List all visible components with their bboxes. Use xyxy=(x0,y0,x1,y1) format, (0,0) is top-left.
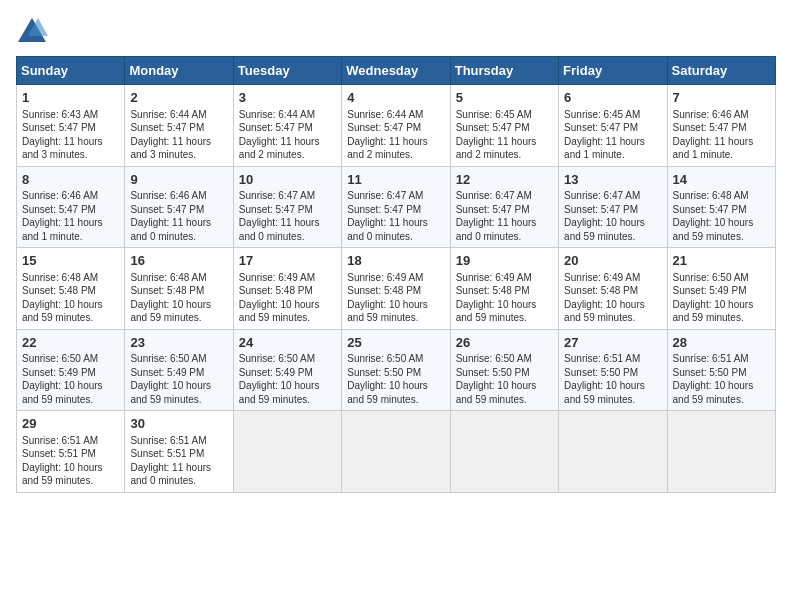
calendar-table: SundayMondayTuesdayWednesdayThursdayFrid… xyxy=(16,56,776,493)
day-number: 8 xyxy=(22,171,119,189)
calendar-cell: 6Sunrise: 6:45 AMSunset: 5:47 PMDaylight… xyxy=(559,85,667,167)
day-info: Sunrise: 6:50 AMSunset: 5:49 PMDaylight:… xyxy=(130,352,227,406)
calendar-cell: 13Sunrise: 6:47 AMSunset: 5:47 PMDayligh… xyxy=(559,166,667,248)
day-number: 25 xyxy=(347,334,444,352)
calendar-cell: 21Sunrise: 6:50 AMSunset: 5:49 PMDayligh… xyxy=(667,248,775,330)
day-info: Sunrise: 6:48 AMSunset: 5:47 PMDaylight:… xyxy=(673,189,770,243)
calendar-cell: 29Sunrise: 6:51 AMSunset: 5:51 PMDayligh… xyxy=(17,411,125,493)
day-info: Sunrise: 6:51 AMSunset: 5:50 PMDaylight:… xyxy=(673,352,770,406)
day-info: Sunrise: 6:49 AMSunset: 5:48 PMDaylight:… xyxy=(564,271,661,325)
calendar-cell: 11Sunrise: 6:47 AMSunset: 5:47 PMDayligh… xyxy=(342,166,450,248)
day-number: 1 xyxy=(22,89,119,107)
day-number: 21 xyxy=(673,252,770,270)
day-number: 24 xyxy=(239,334,336,352)
day-info: Sunrise: 6:51 AMSunset: 5:51 PMDaylight:… xyxy=(130,434,227,488)
day-info: Sunrise: 6:43 AMSunset: 5:47 PMDaylight:… xyxy=(22,108,119,162)
day-info: Sunrise: 6:45 AMSunset: 5:47 PMDaylight:… xyxy=(456,108,553,162)
calendar-week-3: 15Sunrise: 6:48 AMSunset: 5:48 PMDayligh… xyxy=(17,248,776,330)
header-saturday: Saturday xyxy=(667,57,775,85)
day-info: Sunrise: 6:48 AMSunset: 5:48 PMDaylight:… xyxy=(22,271,119,325)
day-info: Sunrise: 6:50 AMSunset: 5:50 PMDaylight:… xyxy=(456,352,553,406)
day-info: Sunrise: 6:50 AMSunset: 5:50 PMDaylight:… xyxy=(347,352,444,406)
day-info: Sunrise: 6:51 AMSunset: 5:50 PMDaylight:… xyxy=(564,352,661,406)
calendar-cell: 28Sunrise: 6:51 AMSunset: 5:50 PMDayligh… xyxy=(667,329,775,411)
day-number: 17 xyxy=(239,252,336,270)
page-header xyxy=(16,16,776,44)
day-number: 15 xyxy=(22,252,119,270)
day-number: 3 xyxy=(239,89,336,107)
day-info: Sunrise: 6:44 AMSunset: 5:47 PMDaylight:… xyxy=(239,108,336,162)
calendar-cell xyxy=(342,411,450,493)
calendar-cell: 16Sunrise: 6:48 AMSunset: 5:48 PMDayligh… xyxy=(125,248,233,330)
day-number: 2 xyxy=(130,89,227,107)
logo xyxy=(16,16,52,44)
day-info: Sunrise: 6:44 AMSunset: 5:47 PMDaylight:… xyxy=(347,108,444,162)
calendar-cell: 25Sunrise: 6:50 AMSunset: 5:50 PMDayligh… xyxy=(342,329,450,411)
day-number: 28 xyxy=(673,334,770,352)
calendar-cell: 9Sunrise: 6:46 AMSunset: 5:47 PMDaylight… xyxy=(125,166,233,248)
calendar-cell: 18Sunrise: 6:49 AMSunset: 5:48 PMDayligh… xyxy=(342,248,450,330)
day-number: 6 xyxy=(564,89,661,107)
logo-icon xyxy=(16,16,48,44)
day-info: Sunrise: 6:49 AMSunset: 5:48 PMDaylight:… xyxy=(347,271,444,325)
header-sunday: Sunday xyxy=(17,57,125,85)
calendar-cell xyxy=(559,411,667,493)
day-info: Sunrise: 6:47 AMSunset: 5:47 PMDaylight:… xyxy=(456,189,553,243)
calendar-cell: 5Sunrise: 6:45 AMSunset: 5:47 PMDaylight… xyxy=(450,85,558,167)
header-monday: Monday xyxy=(125,57,233,85)
day-info: Sunrise: 6:44 AMSunset: 5:47 PMDaylight:… xyxy=(130,108,227,162)
calendar-cell: 4Sunrise: 6:44 AMSunset: 5:47 PMDaylight… xyxy=(342,85,450,167)
calendar-cell xyxy=(667,411,775,493)
day-info: Sunrise: 6:51 AMSunset: 5:51 PMDaylight:… xyxy=(22,434,119,488)
day-info: Sunrise: 6:47 AMSunset: 5:47 PMDaylight:… xyxy=(239,189,336,243)
day-number: 5 xyxy=(456,89,553,107)
calendar-cell: 12Sunrise: 6:47 AMSunset: 5:47 PMDayligh… xyxy=(450,166,558,248)
day-info: Sunrise: 6:47 AMSunset: 5:47 PMDaylight:… xyxy=(347,189,444,243)
calendar-cell: 26Sunrise: 6:50 AMSunset: 5:50 PMDayligh… xyxy=(450,329,558,411)
day-info: Sunrise: 6:50 AMSunset: 5:49 PMDaylight:… xyxy=(673,271,770,325)
calendar-cell: 30Sunrise: 6:51 AMSunset: 5:51 PMDayligh… xyxy=(125,411,233,493)
header-row: SundayMondayTuesdayWednesdayThursdayFrid… xyxy=(17,57,776,85)
calendar-cell: 24Sunrise: 6:50 AMSunset: 5:49 PMDayligh… xyxy=(233,329,341,411)
day-info: Sunrise: 6:46 AMSunset: 5:47 PMDaylight:… xyxy=(22,189,119,243)
day-number: 30 xyxy=(130,415,227,433)
day-number: 18 xyxy=(347,252,444,270)
calendar-cell: 10Sunrise: 6:47 AMSunset: 5:47 PMDayligh… xyxy=(233,166,341,248)
day-info: Sunrise: 6:47 AMSunset: 5:47 PMDaylight:… xyxy=(564,189,661,243)
day-number: 29 xyxy=(22,415,119,433)
calendar-cell: 27Sunrise: 6:51 AMSunset: 5:50 PMDayligh… xyxy=(559,329,667,411)
header-tuesday: Tuesday xyxy=(233,57,341,85)
day-info: Sunrise: 6:45 AMSunset: 5:47 PMDaylight:… xyxy=(564,108,661,162)
calendar-week-2: 8Sunrise: 6:46 AMSunset: 5:47 PMDaylight… xyxy=(17,166,776,248)
calendar-cell: 2Sunrise: 6:44 AMSunset: 5:47 PMDaylight… xyxy=(125,85,233,167)
calendar-cell: 17Sunrise: 6:49 AMSunset: 5:48 PMDayligh… xyxy=(233,248,341,330)
header-wednesday: Wednesday xyxy=(342,57,450,85)
day-number: 13 xyxy=(564,171,661,189)
day-number: 10 xyxy=(239,171,336,189)
calendar-cell: 15Sunrise: 6:48 AMSunset: 5:48 PMDayligh… xyxy=(17,248,125,330)
day-info: Sunrise: 6:50 AMSunset: 5:49 PMDaylight:… xyxy=(22,352,119,406)
day-info: Sunrise: 6:49 AMSunset: 5:48 PMDaylight:… xyxy=(456,271,553,325)
calendar-cell: 23Sunrise: 6:50 AMSunset: 5:49 PMDayligh… xyxy=(125,329,233,411)
day-info: Sunrise: 6:49 AMSunset: 5:48 PMDaylight:… xyxy=(239,271,336,325)
day-number: 11 xyxy=(347,171,444,189)
calendar-cell: 22Sunrise: 6:50 AMSunset: 5:49 PMDayligh… xyxy=(17,329,125,411)
day-number: 23 xyxy=(130,334,227,352)
calendar-cell: 8Sunrise: 6:46 AMSunset: 5:47 PMDaylight… xyxy=(17,166,125,248)
day-number: 9 xyxy=(130,171,227,189)
header-friday: Friday xyxy=(559,57,667,85)
day-number: 12 xyxy=(456,171,553,189)
day-number: 19 xyxy=(456,252,553,270)
day-info: Sunrise: 6:50 AMSunset: 5:49 PMDaylight:… xyxy=(239,352,336,406)
calendar-cell xyxy=(233,411,341,493)
day-number: 22 xyxy=(22,334,119,352)
calendar-week-1: 1Sunrise: 6:43 AMSunset: 5:47 PMDaylight… xyxy=(17,85,776,167)
calendar-week-4: 22Sunrise: 6:50 AMSunset: 5:49 PMDayligh… xyxy=(17,329,776,411)
day-info: Sunrise: 6:48 AMSunset: 5:48 PMDaylight:… xyxy=(130,271,227,325)
day-number: 7 xyxy=(673,89,770,107)
calendar-cell: 20Sunrise: 6:49 AMSunset: 5:48 PMDayligh… xyxy=(559,248,667,330)
day-number: 16 xyxy=(130,252,227,270)
day-number: 27 xyxy=(564,334,661,352)
calendar-cell: 14Sunrise: 6:48 AMSunset: 5:47 PMDayligh… xyxy=(667,166,775,248)
day-number: 4 xyxy=(347,89,444,107)
